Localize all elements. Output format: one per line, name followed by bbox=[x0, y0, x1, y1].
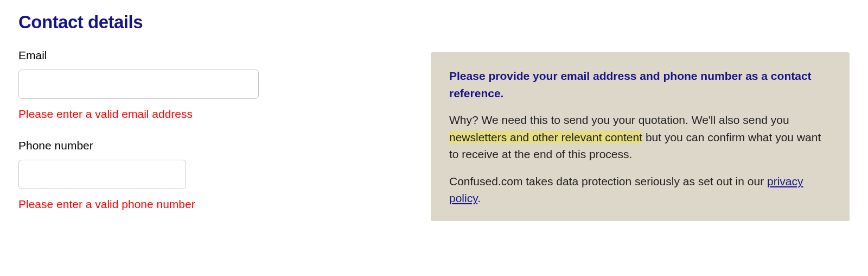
info-box: Please provide your email address and ph… bbox=[431, 52, 850, 221]
phone-label: Phone number bbox=[18, 139, 431, 152]
section-heading: Contact details bbox=[18, 12, 431, 33]
phone-error: Please enter a valid phone number bbox=[18, 198, 431, 211]
email-field-group: Email Please enter a valid email address bbox=[18, 49, 431, 121]
email-input[interactable] bbox=[18, 70, 259, 99]
info-para-2: Confused.com takes data protection serio… bbox=[449, 173, 831, 207]
info-para1-a: Why? We need this to send you your quota… bbox=[449, 114, 789, 126]
info-highlight: newsletters and other relevant content bbox=[449, 131, 642, 143]
phone-input[interactable] bbox=[18, 160, 186, 189]
info-title: Please provide your email address and ph… bbox=[449, 67, 831, 102]
email-label: Email bbox=[18, 49, 431, 62]
info-para2-b: . bbox=[477, 192, 481, 204]
info-para2-a: Confused.com takes data protection serio… bbox=[449, 175, 767, 187]
info-para-1: Why? We need this to send you your quota… bbox=[449, 111, 831, 163]
email-error: Please enter a valid email address bbox=[18, 108, 431, 121]
phone-field-group: Phone number Please enter a valid phone … bbox=[18, 139, 431, 211]
